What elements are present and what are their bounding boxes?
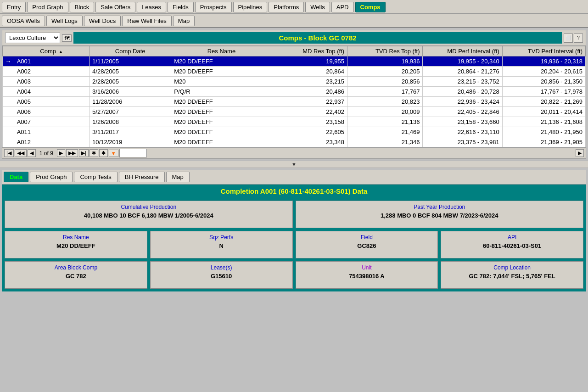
table-row[interactable]: A0071/26/2008M20 DD/EEFF23,15821,13623,1… xyxy=(3,117,586,127)
page-first[interactable]: |◀ xyxy=(4,149,14,157)
top-nav-btn-pipelines[interactable]: Pipelines xyxy=(233,2,268,12)
second-nav-btn-well-logs[interactable]: Well Logs xyxy=(46,16,83,26)
bottom-section: DataProd GraphComp TestsBH PressureMap C… xyxy=(2,170,586,291)
bottom-tab-bh-pressure[interactable]: BH Pressure xyxy=(119,172,165,182)
restore-icon[interactable]: ⬜ xyxy=(564,34,573,43)
res-name-value: M20 DD/EEFF xyxy=(10,242,142,249)
cell-mdResTop: 23,215 xyxy=(272,77,347,87)
unit-label: Unit xyxy=(301,264,433,271)
bottom-title: Completion A001 (60-811-40261-03-S01) Da… xyxy=(2,185,586,198)
row-indicator xyxy=(3,127,14,137)
cell-comp: A006 xyxy=(14,107,89,117)
cell-tvdResTop: 19,936 xyxy=(347,56,423,67)
cell-mdResTop: 20,486 xyxy=(272,87,347,97)
page-last[interactable]: ▶| xyxy=(79,149,89,157)
scroll-right-btn[interactable]: ▶ xyxy=(576,149,584,157)
top-nav-btn-wells[interactable]: Wells xyxy=(305,2,330,12)
cell-tvdResTop: 20,009 xyxy=(347,107,423,117)
help-icon[interactable]: ? xyxy=(574,34,583,43)
col-header-md-res-top[interactable]: MD Res Top (ft) xyxy=(272,46,347,56)
col-header-md-perf[interactable]: MD Perf Interval (ft) xyxy=(423,46,502,56)
col-header-res[interactable]: Res Name xyxy=(171,46,272,56)
cumulative-production-label: Cumulative Production xyxy=(10,204,288,210)
pagination-bar: |◀ ◀◀ ◀ 1 of 9 ▶ ▶▶ ▶| ✱ ✱ ▼ ▶ xyxy=(2,147,586,158)
page-prev-prev[interactable]: ◀◀ xyxy=(15,149,27,157)
panel-area-block-comp: Area Block Comp GC 782 xyxy=(5,261,147,289)
table-row[interactable]: A0043/16/2006P/Q/R20,48617,76720,486 - 2… xyxy=(3,87,586,97)
top-nav: EntryProd GraphBlockSale OffersLeasesFie… xyxy=(0,0,588,14)
bottom-tab-bar: DataProd GraphComp TestsBH PressureMap xyxy=(2,170,586,185)
row-indicator xyxy=(3,137,14,147)
cell-resName: M20 DD/EEFF xyxy=(171,97,272,107)
cell-comp: A003 xyxy=(14,77,89,87)
top-nav-btn-sale-offers[interactable]: Sale Offers xyxy=(95,2,135,12)
col-header-tvd-res-top[interactable]: TVD Res Top (ft) xyxy=(347,46,423,56)
bottom-tab-data[interactable]: Data xyxy=(4,172,28,182)
table-row[interactable]: A00511/28/2006M20 DD/EEFF22,93720,82322,… xyxy=(3,97,586,107)
indicator-col-header xyxy=(3,46,14,56)
col-header-comp[interactable]: Comp ▲ xyxy=(14,46,89,56)
cell-tvdResTop: 20,205 xyxy=(347,67,423,77)
bottom-tab-prod-graph[interactable]: Prod Graph xyxy=(30,172,73,182)
cell-mdResTop: 22,937 xyxy=(272,97,347,107)
top-nav-btn-prospects[interactable]: Prospects xyxy=(195,2,232,12)
api-label: API xyxy=(446,234,578,241)
table-row[interactable]: A0065/27/2007M20 DD/EEFF22,40220,00922,4… xyxy=(3,107,586,117)
cell-tvdPerfInterval: 20,011 - 20,414 xyxy=(502,107,585,117)
second-nav-btn-well-docs[interactable]: Well Docs xyxy=(84,16,121,26)
map-icon[interactable]: 🗺 xyxy=(62,34,72,42)
toolbar-icons: ⬜ ? xyxy=(564,34,583,43)
top-nav-btn-entry[interactable]: Entry xyxy=(2,2,26,12)
cell-tvdResTop: 20,856 xyxy=(347,77,423,87)
top-nav-btn-leases[interactable]: Leases xyxy=(137,2,166,12)
top-nav-btn-apd[interactable]: APD xyxy=(331,2,354,12)
page-prev[interactable]: ◀ xyxy=(28,149,36,157)
cell-mdPerfInterval: 19,955 - 20,340 xyxy=(423,56,502,67)
row-indicator xyxy=(3,87,14,97)
page-jump-input[interactable] xyxy=(119,149,147,157)
cell-resName: M20 DD/EEFF xyxy=(171,117,272,127)
top-nav-btn-comps[interactable]: Comps xyxy=(355,2,386,12)
top-nav-btn-fields[interactable]: Fields xyxy=(168,2,194,12)
panel-row-2: Res Name M20 DD/EEFF Sqz Perfs N Field G… xyxy=(5,231,583,258)
panel-cumulative-production: Cumulative Production 40,108 MBO 10 BCF … xyxy=(5,201,293,228)
table-row[interactable]: A0032/28/2005M2023,21520,85623,215 - 23,… xyxy=(3,77,586,87)
page-filter[interactable]: ▼ xyxy=(109,150,118,157)
comps-toolbar: Lexco Culture 🗺 Comps - Block GC 0782 ⬜ … xyxy=(2,30,586,46)
cell-tvdPerfInterval: 21,369 - 21,905 xyxy=(502,137,585,147)
table-row[interactable]: A0113/11/2017M20 DD/EEFF22,60521,46922,6… xyxy=(3,127,586,137)
cell-mdPerfInterval: 23,158 - 23,660 xyxy=(423,117,502,127)
cell-mdPerfInterval: 20,864 - 21,276 xyxy=(423,67,502,77)
res-name-label: Res Name xyxy=(10,234,142,241)
top-nav-btn-block[interactable]: Block xyxy=(70,2,95,12)
cell-mdResTop: 22,402 xyxy=(272,107,347,117)
cell-resName: M20 xyxy=(171,77,272,87)
field-label: Field xyxy=(301,234,433,241)
page-asterisk2[interactable]: ✱ xyxy=(99,149,108,157)
cell-tvdResTop: 17,767 xyxy=(347,87,423,97)
cell-mdResTop: 23,348 xyxy=(272,137,347,147)
second-nav: OOSA WellsWell LogsWell DocsRaw Well Fil… xyxy=(0,14,588,28)
cell-date: 3/16/2006 xyxy=(90,87,171,97)
top-nav-btn-platforms[interactable]: Platforms xyxy=(269,2,304,12)
cell-resName: M20 DD/EEFF xyxy=(171,127,272,137)
page-info: 1 of 9 xyxy=(37,150,56,157)
bottom-tab-map[interactable]: Map xyxy=(166,172,190,182)
col-header-tvd-perf[interactable]: TVD Perf Interval (ft) xyxy=(502,46,585,56)
page-next[interactable]: ▶ xyxy=(57,149,65,157)
panel-leases: Lease(s) G15610 xyxy=(150,261,293,289)
table-row[interactable]: A01210/12/2019M20 DD/EEFF23,34821,34623,… xyxy=(3,137,586,147)
culture-dropdown[interactable]: Lexco Culture xyxy=(5,33,60,43)
second-nav-btn-oosa-wells[interactable]: OOSA Wells xyxy=(2,16,45,26)
page-asterisk[interactable]: ✱ xyxy=(90,149,98,157)
table-row[interactable]: A0024/28/2005M20 DD/EEFF20,86420,20520,8… xyxy=(3,67,586,77)
col-header-date[interactable]: Comp Date xyxy=(90,46,171,56)
bottom-tab-comp-tests[interactable]: Comp Tests xyxy=(74,172,117,182)
second-nav-btn-map[interactable]: Map xyxy=(173,16,195,26)
top-nav-btn-prod-graph[interactable]: Prod Graph xyxy=(27,2,68,12)
collapse-bar[interactable]: ▼ xyxy=(0,161,588,168)
cell-comp: A007 xyxy=(14,117,89,127)
page-next-next[interactable]: ▶▶ xyxy=(66,149,78,157)
table-row[interactable]: →A0011/11/2005M20 DD/EEFF19,95519,93619,… xyxy=(3,56,586,67)
second-nav-btn-raw-well-files[interactable]: Raw Well Files xyxy=(122,16,172,26)
